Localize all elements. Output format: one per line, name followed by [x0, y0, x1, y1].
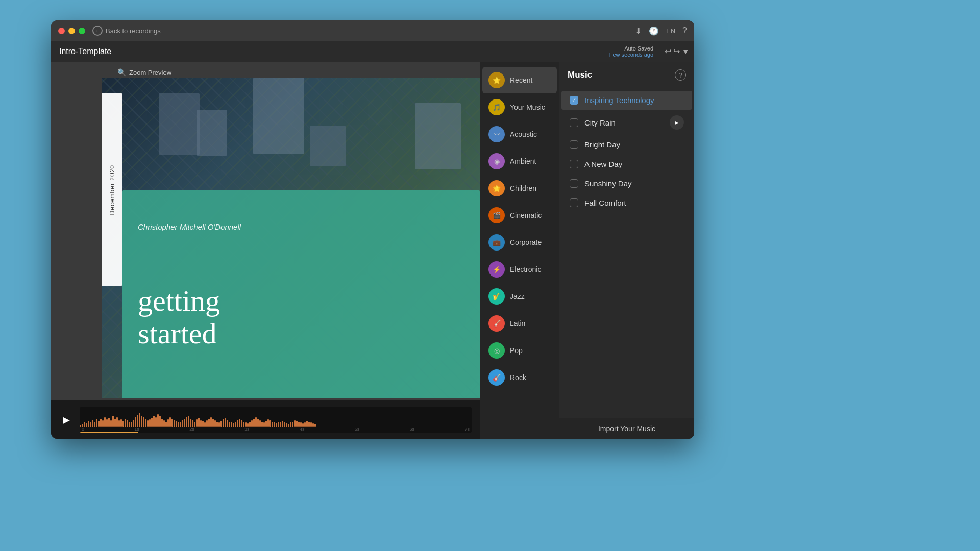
waveform-bar — [153, 416, 155, 427]
main-area: 🔍 Zoom Preview December 2020 Christ — [51, 62, 694, 439]
waveform-bar — [112, 416, 114, 427]
waveform-bar — [120, 419, 122, 427]
play-track-button-city-rain[interactable]: ▶ — [670, 115, 684, 130]
track-checkbox-sunshiny-day[interactable] — [570, 179, 578, 188]
track-name-city-rain: City Rain — [584, 118, 670, 127]
waveform-bar — [206, 420, 208, 427]
waveform-bar — [106, 419, 108, 427]
maximize-button[interactable] — [79, 28, 85, 34]
waveform-bar — [145, 419, 146, 427]
category-item-pop[interactable]: ◎Pop — [482, 337, 557, 364]
track-checkbox-bright-day[interactable] — [570, 140, 578, 149]
waveform-bar — [186, 417, 187, 427]
waveform-bar — [188, 416, 189, 427]
waveform-bar — [118, 420, 120, 427]
waveform-bar — [90, 422, 91, 427]
category-item-latin[interactable]: 🎸Latin — [482, 310, 557, 337]
category-item-corporate[interactable]: 💼Corporate — [482, 229, 557, 256]
waveform-bar — [261, 422, 263, 427]
waveform-bar — [223, 419, 224, 427]
minimize-button[interactable] — [68, 28, 75, 34]
category-item-rock[interactable]: 🎸Rock — [482, 364, 557, 391]
waveform-bar — [202, 421, 204, 427]
waveform-bar — [129, 422, 130, 427]
category-icon-children: 🌟 — [488, 180, 505, 196]
waveform-bar — [274, 422, 275, 427]
dropdown-icon[interactable]: ▼ — [682, 47, 689, 56]
music-help-button[interactable]: ? — [675, 69, 686, 81]
waveform-bar — [229, 422, 230, 427]
category-icon-rock: 🎸 — [488, 369, 505, 386]
waveform-bar — [294, 420, 296, 427]
track-checkbox-a-new-day[interactable] — [570, 160, 578, 168]
close-button[interactable] — [58, 28, 65, 34]
waveform-bar — [104, 417, 106, 427]
track-item-sunshiny-day[interactable]: Sunshiny Day — [561, 174, 692, 193]
slide-date-bar: December 2020 — [102, 93, 122, 286]
import-music-button[interactable]: Import Your Music — [559, 418, 694, 439]
timeline-track[interactable]: 01s2s3s4s5s6s7s — [80, 407, 472, 433]
category-item-recent[interactable]: ⭐Recent — [482, 67, 557, 93]
auto-saved-status: Auto Saved Few seconds ago — [609, 45, 653, 58]
category-item-children[interactable]: 🌟Children — [482, 175, 557, 202]
language-selector[interactable]: EN — [666, 27, 675, 35]
track-list: ✓Inspiring TechnologyCity Rain▶Bright Da… — [559, 86, 694, 418]
category-item-acoustic[interactable]: 〰Acoustic — [482, 121, 557, 147]
waveform-bar — [110, 420, 112, 427]
waveform-bar — [192, 420, 193, 427]
track-item-city-rain[interactable]: City Rain▶ — [561, 110, 692, 135]
help-icon[interactable]: ? — [682, 26, 687, 35]
back-button[interactable]: ← Back to recordings — [92, 26, 161, 36]
zoom-preview: 🔍 Zoom Preview — [117, 68, 172, 77]
timeline-marker: 6s — [410, 427, 415, 432]
history-icon[interactable]: 🕐 — [649, 26, 659, 36]
track-checkbox-inspiring-technology[interactable]: ✓ — [570, 96, 578, 105]
waveform-bar — [102, 420, 104, 427]
track-checkbox-fall-comfort[interactable] — [570, 198, 578, 207]
track-item-bright-day[interactable]: Bright Day — [561, 135, 692, 154]
waveform-bar — [243, 422, 244, 427]
waveform-bar — [231, 422, 232, 427]
waveform-bar — [176, 421, 177, 427]
track-item-fall-comfort[interactable]: Fall Comfort — [561, 193, 692, 212]
waveform-bar — [127, 420, 128, 427]
category-item-cinematic[interactable]: 🎬Cinematic — [482, 202, 557, 229]
timeline-bar: ▶ 01s2s3s4s5s6s7s — [51, 400, 480, 439]
category-item-ambient[interactable]: ◉Ambient — [482, 148, 557, 174]
category-item-your-music[interactable]: 🎵Your Music — [482, 94, 557, 120]
track-name-sunshiny-day: Sunshiny Day — [584, 179, 684, 188]
track-checkbox-city-rain[interactable] — [570, 118, 578, 127]
category-label-ambient: Ambient — [510, 157, 536, 165]
slide-date: December 2020 — [109, 165, 116, 215]
track-item-inspiring-technology[interactable]: ✓Inspiring Technology — [561, 91, 692, 110]
category-icon-jazz: 🎷 — [488, 288, 505, 305]
play-button[interactable]: ▶ — [59, 413, 74, 427]
timeline-progress — [80, 432, 138, 433]
redo-icon[interactable]: ↪ — [673, 46, 680, 56]
waveform-bar — [143, 417, 144, 427]
category-label-your-music: Your Music — [510, 103, 545, 111]
undo-icon[interactable]: ↩ — [665, 46, 671, 56]
music-header: Music ? — [559, 62, 694, 86]
waveform-bar — [133, 420, 134, 427]
category-item-jazz[interactable]: 🎷Jazz — [482, 283, 557, 310]
waveform-bar — [96, 419, 97, 427]
waveform-bar — [200, 420, 202, 427]
waveform-bar — [178, 422, 179, 427]
download-icon[interactable]: ⬇ — [635, 26, 642, 36]
waveform-bar — [147, 420, 149, 427]
waveform-bar — [114, 419, 116, 427]
waveform-bar — [167, 419, 169, 427]
waveform-bar — [214, 420, 216, 427]
timeline-marker: 0 — [82, 427, 84, 432]
track-item-a-new-day[interactable]: A New Day — [561, 155, 692, 173]
waveform-bar — [131, 422, 132, 427]
waveform-bar — [227, 420, 228, 427]
waveform-bar — [272, 422, 273, 427]
category-item-electronic[interactable]: ⚡Electronic — [482, 256, 557, 283]
timeline-marker: 4s — [300, 427, 305, 432]
waveform-bar — [204, 422, 206, 427]
waveform-bar — [300, 422, 302, 427]
slide-author: Christopher Mitchell O'Donnell — [138, 222, 241, 231]
waveform-bar — [270, 420, 271, 427]
